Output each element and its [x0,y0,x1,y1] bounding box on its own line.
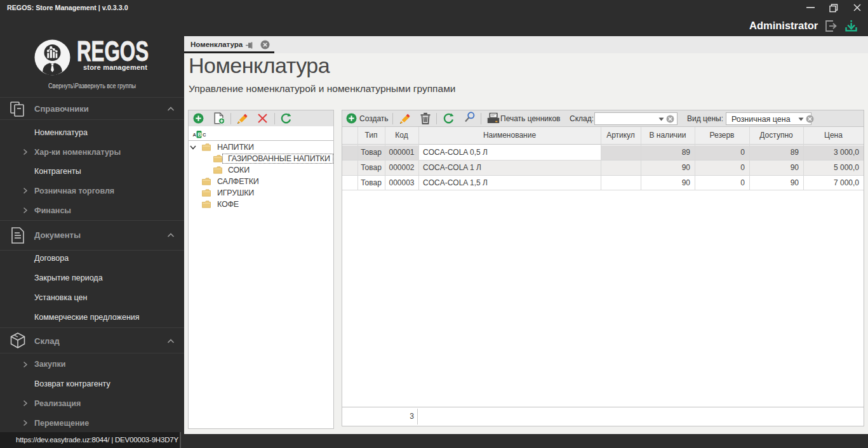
svg-text:B: B [197,131,201,138]
svg-text:C: C [203,132,206,138]
svg-text:A: A [193,132,197,138]
